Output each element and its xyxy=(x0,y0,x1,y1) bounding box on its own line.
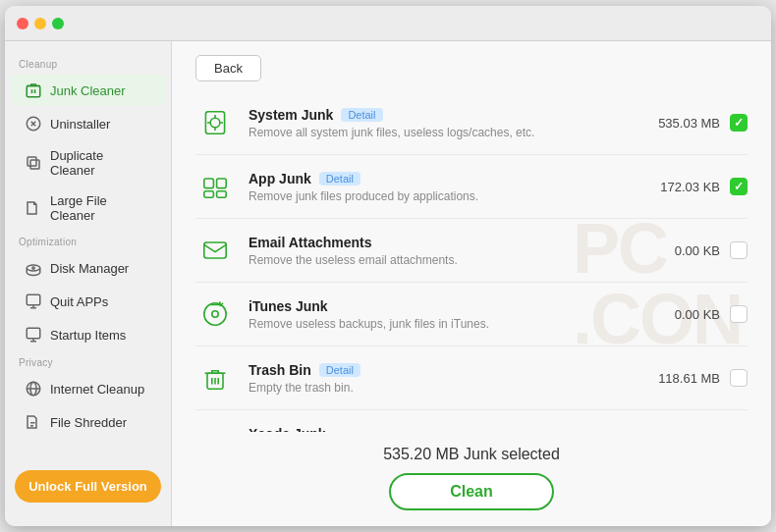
itunes-junk-size: 0.00 KB xyxy=(641,307,720,322)
email-attachments-desc: Remove the useless email attachments. xyxy=(249,253,628,267)
footer: 535.20 MB Junk selected Clean xyxy=(172,432,771,526)
system-junk-icon xyxy=(195,103,235,142)
svg-rect-31 xyxy=(217,191,227,197)
startup-items-icon xyxy=(25,326,42,344)
app-junk-detail-badge[interactable]: Detail xyxy=(319,172,360,186)
sidebar-item-label: File Shredder xyxy=(50,415,127,430)
sidebar-item-internet-cleanup[interactable]: Internet Cleanup xyxy=(11,373,165,404)
duplicate-cleaner-icon xyxy=(25,154,42,172)
traffic-lights xyxy=(17,18,64,29)
minimize-button[interactable] xyxy=(34,18,46,29)
sidebar-item-large-file-cleaner[interactable]: Large File Cleaner xyxy=(11,186,165,230)
app-junk-checkbox[interactable] xyxy=(730,178,748,195)
junk-item-trash-bin: Trash BinDetailEmpty the trash bin.118.6… xyxy=(195,346,748,410)
sidebar-item-label: Startup Items xyxy=(50,328,126,343)
title-bar xyxy=(5,6,771,41)
junk-item-xcode-junk: Xcode JunkRemove junk files of Xcode.0.0… xyxy=(195,410,748,432)
app-junk-desc: Remove junk files produced by applicatio… xyxy=(249,189,628,203)
svg-rect-0 xyxy=(27,86,40,97)
unlock-full-version-button[interactable]: Unlock Full Version xyxy=(15,470,161,503)
large-file-cleaner-icon xyxy=(25,199,42,217)
sidebar-item-startup-items[interactable]: Startup Items xyxy=(11,319,165,350)
sidebar-section-label: Privacy xyxy=(5,351,171,372)
trash-bin-size: 118.61 MB xyxy=(641,371,720,386)
content-area: CleanupJunk CleanerUninstallerDuplicate … xyxy=(5,41,771,526)
email-attachments-size: 0.00 KB xyxy=(641,243,720,258)
clean-button[interactable]: Clean xyxy=(389,473,554,510)
email-attachments-right: 0.00 KB xyxy=(641,241,748,259)
email-attachments-info: Email AttachmentsRemove the useless emai… xyxy=(249,235,628,267)
sidebar-item-label: Junk Cleaner xyxy=(50,83,126,98)
itunes-junk-desc: Remove useless backups, junk files in iT… xyxy=(249,317,628,331)
system-junk-detail-badge[interactable]: Detail xyxy=(341,108,382,122)
itunes-junk-icon xyxy=(195,294,235,334)
maximize-button[interactable] xyxy=(52,18,64,29)
sidebar-section-label: Optimization xyxy=(5,231,171,251)
itunes-junk-title: iTunes Junk xyxy=(249,298,328,314)
main-header: Back xyxy=(172,41,771,91)
sidebar-item-duplicate-cleaner[interactable]: Duplicate Cleaner xyxy=(11,141,165,185)
file-shredder-icon xyxy=(25,413,42,431)
trash-bin-title-row: Trash BinDetail xyxy=(249,362,628,378)
sidebar-item-label: Internet Cleanup xyxy=(50,382,144,397)
trash-bin-checkbox[interactable] xyxy=(730,369,748,387)
selected-label: Junk selected xyxy=(464,446,560,462)
main-panel: PC.CON Back System JunkDetailRemove all … xyxy=(172,41,771,526)
itunes-junk-right: 0.00 KB xyxy=(641,305,748,323)
svg-rect-7 xyxy=(30,160,39,169)
trash-bin-detail-badge[interactable]: Detail xyxy=(319,363,360,377)
back-button[interactable]: Back xyxy=(195,55,261,81)
svg-rect-8 xyxy=(28,157,36,166)
svg-rect-29 xyxy=(217,179,227,188)
system-junk-size: 535.03 MB xyxy=(641,116,720,131)
app-junk-title: App Junk xyxy=(249,171,311,186)
sidebar-item-label: Duplicate Cleaner xyxy=(50,148,151,178)
svg-rect-32 xyxy=(204,242,226,258)
email-attachments-checkbox[interactable] xyxy=(730,241,748,259)
app-junk-right: 172.03 KB xyxy=(641,178,748,195)
svg-rect-11 xyxy=(27,294,40,305)
junk-item-system-junk: System JunkDetailRemove all system junk … xyxy=(195,91,748,155)
junk-items-list: System JunkDetailRemove all system junk … xyxy=(172,91,771,432)
itunes-junk-info: iTunes JunkRemove useless backups, junk … xyxy=(249,298,628,331)
sidebar-item-label: Large File Cleaner xyxy=(50,193,151,223)
internet-cleanup-icon xyxy=(25,380,42,398)
uninstaller-icon xyxy=(25,115,42,133)
system-junk-title-row: System JunkDetail xyxy=(249,107,628,123)
app-junk-size: 172.03 KB xyxy=(641,180,720,194)
disk-manager-icon xyxy=(25,259,42,277)
app-junk-info: App JunkDetailRemove junk files produced… xyxy=(249,171,628,203)
svg-point-33 xyxy=(204,303,226,325)
trash-bin-desc: Empty the trash bin. xyxy=(249,381,628,395)
sidebar-item-disk-manager[interactable]: Disk Manager xyxy=(11,252,165,284)
selected-size: 535.20 MB xyxy=(383,446,459,462)
itunes-junk-title-row: iTunes Junk xyxy=(249,298,628,314)
app-junk-icon xyxy=(195,167,235,206)
trash-bin-info: Trash BinDetailEmpty the trash bin. xyxy=(249,362,628,395)
email-attachments-title: Email Attachments xyxy=(249,235,372,250)
xcode-junk-icon xyxy=(195,422,235,432)
sidebar-item-label: Quit APPs xyxy=(50,294,108,309)
svg-rect-14 xyxy=(27,328,40,339)
sidebar-item-label: Disk Manager xyxy=(50,261,129,276)
sidebar-item-uninstaller[interactable]: Uninstaller xyxy=(11,108,165,139)
svg-point-34 xyxy=(212,311,218,317)
junk-item-email-attachments: Email AttachmentsRemove the useless emai… xyxy=(195,219,748,283)
junk-cleaner-icon xyxy=(25,81,42,99)
email-attachments-icon xyxy=(195,231,235,270)
junk-item-itunes-junk: iTunes JunkRemove useless backups, junk … xyxy=(195,283,748,346)
system-junk-checkbox[interactable] xyxy=(730,114,748,132)
sidebar-section-label: Cleanup xyxy=(5,53,171,74)
sidebar: CleanupJunk CleanerUninstallerDuplicate … xyxy=(5,41,172,526)
svg-rect-30 xyxy=(204,191,214,197)
sidebar-item-file-shredder[interactable]: File Shredder xyxy=(11,406,165,438)
selected-info: 535.20 MB Junk selected xyxy=(383,446,560,463)
app-junk-title-row: App JunkDetail xyxy=(249,171,628,186)
close-button[interactable] xyxy=(17,18,28,29)
system-junk-title: System Junk xyxy=(249,107,333,123)
svg-point-23 xyxy=(210,118,220,128)
itunes-junk-checkbox[interactable] xyxy=(730,305,748,323)
sidebar-item-junk-cleaner[interactable]: Junk Cleaner xyxy=(11,75,165,106)
sidebar-item-quit-apps[interactable]: Quit APPs xyxy=(11,286,165,317)
trash-bin-icon xyxy=(195,358,235,398)
